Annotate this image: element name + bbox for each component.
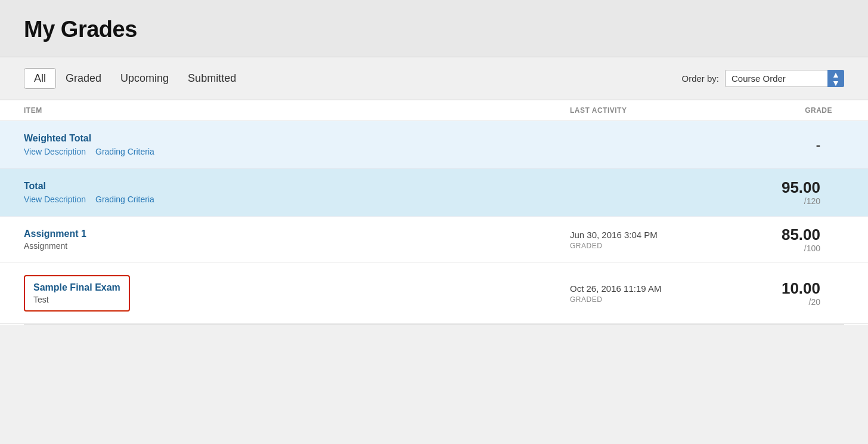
select-wrapper: Course Order Due Date Last Activity Cate… <box>725 70 844 87</box>
order-by-select[interactable]: Course Order Due Date Last Activity Cate… <box>725 70 844 87</box>
item-name-assignment1[interactable]: Assignment 1 <box>24 229 86 239</box>
tab-upcoming[interactable]: Upcoming <box>111 69 178 88</box>
page-header: My Grades <box>0 0 868 57</box>
item-links-weighted-total: View Description Grading Criteria <box>24 147 570 156</box>
page-title: My Grades <box>24 17 844 42</box>
grade-value-assignment1: 85.00 <box>782 227 832 242</box>
last-activity-date-final-exam: Oct 26, 2016 11:19 AM <box>570 283 725 294</box>
table-row: Weighted Total View Description Grading … <box>0 121 868 169</box>
last-activity-status-assignment1: GRADED <box>570 242 725 250</box>
last-activity-final-exam: Oct 26, 2016 11:19 AM GRADED <box>570 283 725 304</box>
grading-criteria-link-total[interactable]: Grading Criteria <box>95 195 154 204</box>
tab-graded[interactable]: Graded <box>56 69 111 88</box>
row-item-cell: Total View Description Grading Criteria <box>24 178 570 206</box>
col-last-activity-header: LAST ACTIVITY <box>570 106 725 115</box>
table-row: Sample Final Exam Test Oct 26, 2016 11:1… <box>0 263 868 324</box>
order-by-section: Order by: Course Order Due Date Last Act… <box>681 70 844 87</box>
col-item-header: ITEM <box>24 106 570 115</box>
item-name-final-exam[interactable]: Sample Final Exam <box>33 282 120 292</box>
item-type-assignment1: Assignment <box>24 241 570 251</box>
row-item-cell: Weighted Total View Description Grading … <box>24 131 570 159</box>
grade-cell-final-exam: 10.00 /20 <box>725 280 844 307</box>
grade-dash: - <box>816 137 832 153</box>
row-item-cell: Assignment 1 Assignment <box>24 226 570 253</box>
table-bottom-border <box>24 324 844 325</box>
item-name-weighted-total[interactable]: Weighted Total <box>24 133 91 143</box>
grade-value-final-exam: 10.00 <box>782 280 832 296</box>
tab-all[interactable]: All <box>24 68 56 89</box>
last-activity-assignment1: Jun 30, 2016 3:04 PM GRADED <box>570 230 725 250</box>
grade-out-of-total: /120 <box>804 196 832 206</box>
tab-submitted[interactable]: Submitted <box>178 69 246 88</box>
highlighted-box: Sample Final Exam Test <box>24 275 130 312</box>
table-row: Total View Description Grading Criteria … <box>0 169 868 217</box>
item-name-total[interactable]: Total <box>24 181 46 191</box>
grade-cell-total: 95.00 /120 <box>725 180 844 206</box>
view-description-link-weighted[interactable]: View Description <box>24 147 86 156</box>
last-activity-date-assignment1: Jun 30, 2016 3:04 PM <box>570 230 725 240</box>
table-header: ITEM LAST ACTIVITY GRADE <box>0 100 868 121</box>
grade-cell-weighted: - <box>725 137 844 153</box>
row-item-cell: Sample Final Exam Test <box>24 273 570 314</box>
grade-cell-assignment1: 85.00 /100 <box>725 227 844 253</box>
content-area: ITEM LAST ACTIVITY GRADE Weighted Total … <box>0 100 868 325</box>
grade-out-of-final-exam: /20 <box>809 297 832 307</box>
grade-out-of-assignment1: /100 <box>804 243 832 253</box>
nav-bar: All Graded Upcoming Submitted Order by: … <box>0 57 868 100</box>
item-type-final-exam: Test <box>33 295 120 304</box>
order-by-label: Order by: <box>681 73 719 84</box>
view-description-link-total[interactable]: View Description <box>24 195 86 204</box>
grade-value-total: 95.00 <box>782 180 832 195</box>
grading-criteria-link-weighted[interactable]: Grading Criteria <box>95 147 154 156</box>
table-row: Assignment 1 Assignment Jun 30, 2016 3:0… <box>0 217 868 263</box>
item-links-total: View Description Grading Criteria <box>24 195 570 204</box>
last-activity-status-final-exam: GRADED <box>570 295 725 304</box>
nav-tabs: All Graded Upcoming Submitted <box>24 68 681 89</box>
col-grade-header: GRADE <box>725 106 844 115</box>
